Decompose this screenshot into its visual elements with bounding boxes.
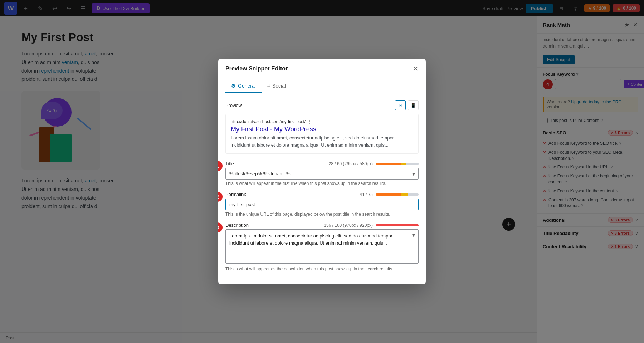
title-field-counter: 28 / 60 (265px / 580px)	[329, 161, 419, 166]
permalink-input[interactable]	[225, 199, 419, 210]
snippet-editor-modal: Preview Snippet Editor ✕ ⚙ General ⌗ Soc…	[218, 59, 426, 284]
mobile-preview-button[interactable]: 📱	[408, 100, 419, 110]
permalink-progress-seg-3	[401, 193, 408, 196]
permalink-field-header: Permalink 41 / 75	[225, 192, 419, 197]
permalink-field-hint: This is the unique URL of this page, dis…	[225, 212, 419, 217]
step-1-badge: 1	[218, 161, 223, 171]
title-field-header: Title 28 / 60 (265px / 580px)	[225, 161, 419, 166]
permalink-progress-bar	[376, 193, 419, 196]
title-select[interactable]: %title% %sep% %sitename%	[225, 168, 419, 180]
modal-overlay[interactable]: Preview Snippet Editor ✕ ⚙ General ⌗ Soc…	[0, 0, 644, 343]
desc-progress-seg-3	[399, 224, 410, 226]
settings-icon: ⚙	[231, 83, 236, 89]
serp-dots-icon[interactable]: ⋮	[308, 119, 312, 124]
desktop-preview-button[interactable]: ⊡	[395, 100, 406, 110]
title-progress-seg-2	[393, 163, 401, 165]
title-progress-seg-1	[376, 163, 393, 165]
description-field-label: Description	[225, 222, 249, 228]
desc-progress-seg-2	[389, 224, 399, 226]
permalink-field-section: 2 Permalink 41 / 75 This is the uni	[225, 192, 419, 217]
preview-label-row: Preview ⊡ 📱	[225, 100, 419, 110]
modal-body: Preview ⊡ 📱 http://donjetv.sg-host.com/m…	[218, 93, 426, 284]
modal-close-button[interactable]: ✕	[413, 64, 419, 73]
title-field-label: Title	[225, 161, 234, 166]
description-textarea[interactable]: Lorem ipsum dolor sit amet, consectetur …	[225, 229, 419, 264]
preview-label-text: Preview	[225, 103, 242, 108]
title-progress-seg-4	[406, 163, 419, 165]
serp-preview: http://donjetv.sg-host.com/my-first-post…	[225, 114, 419, 154]
title-input-row: %title% %sep% %sitename% ▾	[225, 168, 419, 180]
step-2-badge: 2	[218, 192, 223, 202]
desc-progress-seg-1	[376, 224, 389, 226]
tab-social[interactable]: ⌗ Social	[262, 79, 292, 93]
description-field-header: Description 156 / 160 (970px / 920px)	[225, 222, 419, 228]
description-field-hint: This is what will appear as the descript…	[225, 266, 419, 271]
preview-icon-group: ⊡ 📱	[395, 100, 419, 110]
preview-section: Preview ⊡ 📱 http://donjetv.sg-host.com/m…	[225, 100, 419, 154]
permalink-progress-seg-4	[408, 193, 419, 196]
permalink-field-label: Permalink	[225, 192, 246, 197]
description-input-row: Lorem ipsum dolor sit amet, consectetur …	[225, 229, 419, 265]
modal-header: Preview Snippet Editor ✕	[218, 59, 426, 79]
step-3-badge: 3	[218, 222, 223, 232]
serp-url: http://donjetv.sg-host.com/my-first-post…	[231, 119, 413, 124]
serp-title: My First Post - My WordPress	[231, 126, 413, 133]
title-field-section: 1 Title 28 / 60 (265px / 580px)	[225, 161, 419, 186]
permalink-progress-seg-2	[391, 193, 401, 196]
title-field-hint: This is what will appear in the first li…	[225, 181, 419, 186]
description-field-section: 3 Description 156 / 160 (970px / 920px)	[225, 222, 419, 271]
modal-title: Preview Snippet Editor	[225, 65, 288, 72]
description-progress-bar	[376, 224, 419, 226]
serp-description: Lorem ipsum dolor sit amet, consectetur …	[231, 134, 413, 148]
tab-general[interactable]: ⚙ General	[225, 79, 262, 93]
permalink-field-counter: 41 / 75	[360, 192, 419, 197]
desc-progress-seg-4	[410, 224, 419, 226]
title-progress-bar	[376, 163, 419, 165]
description-field-counter: 156 / 160 (970px / 920px)	[324, 223, 419, 228]
title-progress-seg-3	[401, 163, 406, 165]
permalink-progress-seg-1	[376, 193, 391, 196]
share-icon: ⌗	[267, 83, 270, 89]
modal-tabs: ⚙ General ⌗ Social	[218, 79, 426, 93]
